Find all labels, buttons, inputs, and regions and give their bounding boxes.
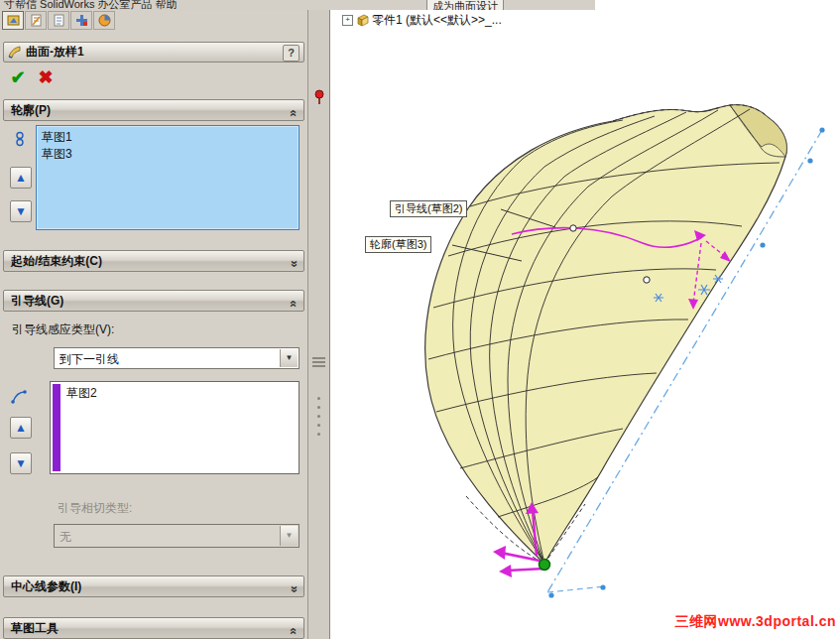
guides-move-up-button[interactable]: ▲ (10, 417, 32, 439)
dropdown-arrow-icon[interactable]: ▼ (280, 349, 298, 367)
profiles-icon (12, 131, 28, 147)
splitter-grip-icon[interactable] (317, 397, 320, 400)
section-title-sketch-tools: 草图工具 (11, 621, 59, 635)
tree-expand-icon[interactable]: + (342, 15, 353, 26)
part-icon (356, 14, 369, 27)
pin-icon[interactable] (312, 89, 326, 105)
profiles-move-down-button[interactable]: ▼ (10, 200, 32, 222)
tangency-type-label: 引导相切类型: (58, 500, 132, 517)
manager-tabs (2, 11, 115, 31)
section-title-guides: 引导线(G) (11, 294, 63, 308)
section-title-centerline: 中心线参数(I) (11, 579, 81, 593)
confirm-row: ✔ ✖ (6, 65, 58, 91)
property-manager-titlebar: 曲面-放样1 ? (3, 42, 304, 63)
model-3d-view[interactable] (330, 0, 840, 639)
graphics-area[interactable]: + 零件1 (默认<<默认>>_... 引导线(草图2) 轮廓(草图3) 三维网… (330, 0, 840, 639)
surface-loft-icon (7, 45, 22, 60)
list-item-profile[interactable]: 草图3 (42, 146, 294, 163)
tangency-type-value: 无 (60, 529, 71, 546)
tab-featuremanager[interactable] (25, 11, 47, 30)
start-point[interactable] (540, 560, 550, 571)
section-title-start-end: 起始/结束约束(C) (11, 254, 102, 268)
toolbar-button-fragment[interactable]: 成为曲面设计 (426, 0, 504, 10)
help-button[interactable]: ? (283, 45, 300, 62)
guide-selection-stripe (53, 384, 60, 471)
toolbar-text-fragment: 寸帮信 SolidWorks 办公室产品 帮助 (4, 0, 178, 10)
guide-curves-icon (11, 389, 27, 405)
solidworks-window: + 零件1 (默认<<默认>>_... 引导线(草图2) 轮廓(草图3) 三维网… (0, 0, 840, 639)
guide-curves-selection-list[interactable]: 草图2 (50, 381, 300, 474)
list-item-guide[interactable]: 草图2 (66, 385, 97, 402)
section-header-centerline[interactable]: 中心线参数(I) (3, 575, 304, 597)
expand-chevron-icon[interactable] (283, 260, 302, 267)
dropdown-arrow-icon: ▼ (280, 526, 298, 546)
panel-splitter-strip[interactable] (308, 10, 330, 639)
ok-button[interactable]: ✔ (6, 65, 30, 89)
influence-type-value: 到下一引线 (60, 351, 119, 368)
tab-displaymanager[interactable] (93, 11, 115, 30)
tree-root-label[interactable]: 零件1 (默认<<默认>>_... (372, 12, 502, 29)
loft-surface[interactable] (425, 105, 787, 564)
tab-propertymanager[interactable] (2, 11, 24, 30)
tab-dimxpertmanager[interactable] (70, 11, 92, 30)
section-title-profiles: 轮廓(P) (11, 103, 51, 117)
splitter-handle-icon[interactable] (312, 355, 325, 369)
watermark-text: 三维网www.3dportal.cn (675, 613, 837, 631)
profiles-selection-list[interactable]: 草图1 草图3 (36, 125, 300, 230)
section-header-sketch-tools[interactable]: 草图工具 (3, 617, 304, 639)
clipped-toolbar: 寸帮信 SolidWorks 办公室产品 帮助 成为曲面设计 (0, 0, 595, 10)
profiles-move-up-button[interactable]: ▲ (10, 167, 32, 189)
panel-title: 曲面-放样1 (26, 44, 84, 61)
expand-chevron-icon[interactable] (283, 585, 302, 592)
influence-type-combobox[interactable]: 到下一引线 ▼ (54, 347, 300, 369)
callout-profile[interactable]: 轮廓(草图3) (365, 236, 431, 253)
construction-line-short[interactable] (547, 586, 605, 592)
cancel-button[interactable]: ✖ (34, 65, 58, 89)
section-header-guides[interactable]: 引导线(G) (3, 290, 304, 312)
property-manager-panel: 曲面-放样1 ? ✔ ✖ 轮廓(P) 草图1 草图3 ▲ ▼ 起始/结束约束(C… (0, 10, 308, 639)
collapse-chevron-icon[interactable] (283, 627, 302, 634)
section-header-start-end[interactable]: 起始/结束约束(C) (3, 250, 304, 272)
section-header-profiles[interactable]: 轮廓(P) (3, 99, 304, 121)
collapse-chevron-icon[interactable] (283, 300, 302, 307)
callout-guide-line[interactable]: 引导线(草图2) (390, 200, 467, 217)
collapse-chevron-icon[interactable] (283, 109, 302, 116)
influence-type-label: 引导线感应类型(V): (12, 321, 114, 338)
list-item-profile[interactable]: 草图1 (42, 129, 294, 146)
tab-configurationmanager[interactable] (48, 11, 69, 30)
feature-tree-root[interactable]: + 零件1 (默认<<默认>>_... (342, 12, 502, 29)
guides-move-down-button[interactable]: ▼ (10, 452, 32, 474)
tangency-type-combobox: 无 ▼ (54, 524, 300, 548)
